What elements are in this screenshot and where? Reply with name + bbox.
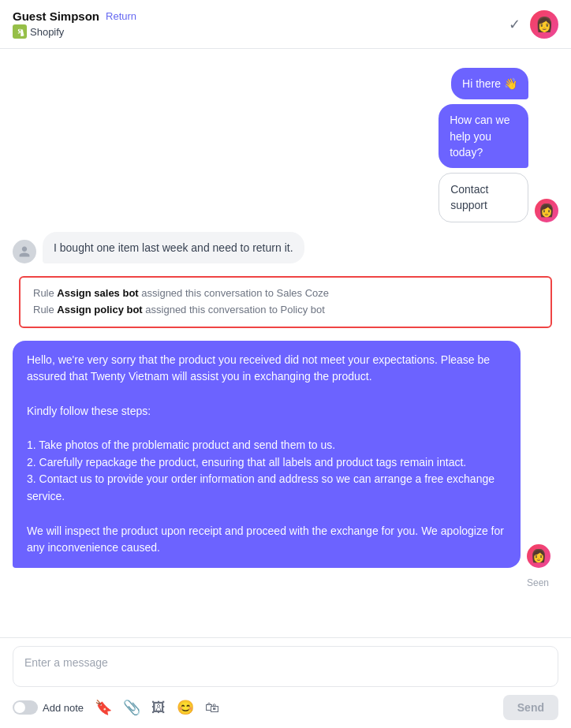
bubble-how-can-we-help: How can we help you today? [439, 104, 528, 168]
rule-line-2: Rule Assign policy bot assigned this con… [33, 302, 538, 319]
user-avatar [13, 240, 36, 263]
seen-label: Seen [13, 577, 558, 588]
header-right: ✓ 👩 [509, 10, 558, 39]
bubble-hi-there: Hi there 👋 [451, 68, 528, 99]
shopify-bag-icon[interactable]: 🛍 [205, 700, 219, 716]
chat-area: Hi there 👋 How can we help you today? Co… [0, 49, 571, 637]
rule-line-1: Rule Assign sales bot assigned this conv… [33, 286, 538, 302]
emoji-icon[interactable]: 😊 [177, 699, 194, 716]
message-footer: Enter a message Add note 🔖 📎 🖼 😊 🛍 Send [0, 637, 571, 728]
outgoing-avatar: 👩 [535, 199, 558, 222]
outgoing-message-group: Hi there 👋 How can we help you today? Co… [13, 68, 558, 222]
incoming-message-row: I bought one item last week and need to … [13, 232, 558, 263]
bot-bubble: Hello, we're very sorry that the product… [13, 341, 521, 568]
header-info: Guest Simpson Return Shopify [13, 9, 136, 39]
bot-avatar: 👩 [527, 544, 550, 568]
check-icon[interactable]: ✓ [509, 16, 521, 33]
image-icon[interactable]: 🖼 [151, 700, 166, 716]
footer-toolbar: Add note 🔖 📎 🖼 😊 🛍 Send [13, 695, 558, 720]
outgoing-bubbles: Hi there 👋 How can we help you today? Co… [365, 68, 528, 222]
message-placeholder: Enter a message [24, 656, 108, 669]
add-note-label: Add note [43, 702, 84, 714]
note-toggle[interactable] [13, 700, 38, 715]
send-button[interactable]: Send [503, 695, 558, 720]
bookmark-icon[interactable]: 🔖 [95, 699, 112, 716]
user-bubble: I bought one item last week and need to … [43, 232, 304, 263]
shopify-icon [13, 24, 27, 39]
attachment-icon[interactable]: 📎 [123, 699, 140, 716]
message-input[interactable]: Enter a message [13, 646, 558, 687]
toolbar-left: Add note 🔖 📎 🖼 😊 🛍 [13, 699, 219, 716]
header-left: Guest Simpson Return Shopify [13, 9, 136, 39]
contact-name: Guest Simpson [13, 9, 99, 23]
shopify-label: Shopify [30, 26, 64, 38]
bot-message-row: Hello, we're very sorry that the product… [13, 341, 558, 568]
rule-notification-box: Rule Assign sales bot assigned this conv… [19, 276, 552, 328]
agent-avatar: 👩 [530, 10, 558, 39]
bubble-contact-support[interactable]: Contact support [439, 173, 528, 222]
chat-header: Guest Simpson Return Shopify ✓ 👩 [0, 0, 571, 49]
return-link[interactable]: Return [106, 10, 136, 22]
toggle-knob [14, 702, 25, 713]
note-toggle-wrap: Add note [13, 700, 84, 715]
